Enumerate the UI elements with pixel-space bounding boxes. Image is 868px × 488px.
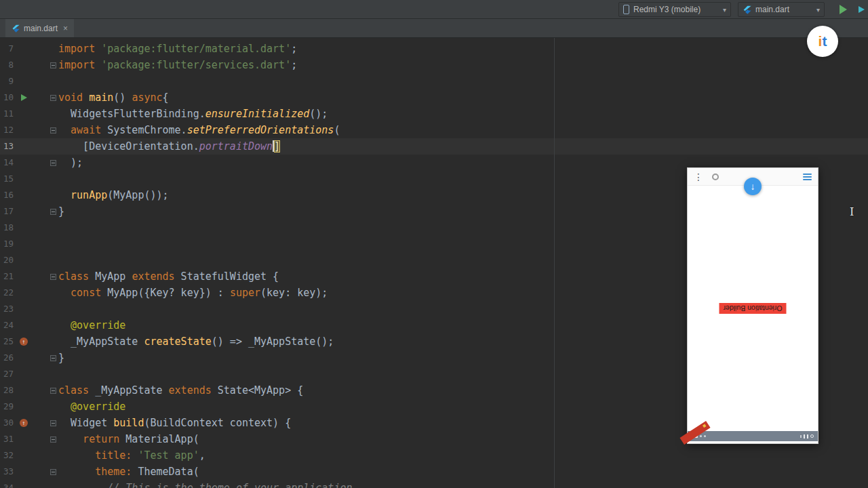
code-line[interactable]: 11 WidgetsFlutterBinding.ensureInitializ…	[0, 106, 868, 122]
code-line[interactable]: 9	[0, 73, 868, 89]
line-number: 21	[0, 268, 14, 285]
fold-marker-icon[interactable]	[50, 469, 56, 475]
line-number: 34	[0, 480, 14, 488]
line-number: 7	[0, 41, 14, 57]
fold-marker-icon[interactable]	[50, 355, 56, 361]
code-text: await SystemChrome.setPreferredOrientati…	[58, 122, 868, 138]
code-text: WidgetsFlutterBinding.ensureInitialized(…	[58, 106, 868, 122]
line-number: 29	[0, 399, 14, 415]
hamburger-menu-icon[interactable]	[803, 174, 812, 180]
tab-label: main.dart	[24, 24, 58, 33]
line-number: 24	[0, 317, 14, 333]
code-line[interactable]: 10void main() async{	[0, 89, 868, 106]
mouse-text-cursor: I	[850, 205, 854, 218]
line-number: 9	[0, 73, 14, 89]
rotate-screen-icon[interactable]	[712, 174, 719, 180]
code-text: void main() async{	[58, 89, 868, 106]
line-number: 19	[0, 236, 14, 252]
tab-main-dart[interactable]: main.dart ×	[5, 19, 74, 37]
chevron-down-icon: ▾	[816, 6, 820, 14]
device-mirror-window: ⋮ ↓ Orientation Builder	[687, 167, 818, 444]
line-number: 30	[0, 415, 14, 431]
device-phone-icon	[623, 5, 629, 14]
fold-marker-icon[interactable]	[50, 62, 56, 68]
line-number: 25	[0, 333, 14, 350]
fold-marker-icon[interactable]	[50, 160, 56, 166]
device-selector[interactable]: Redmi Y3 (mobile) ▾	[618, 2, 731, 17]
flutter-icon	[743, 5, 751, 14]
device-selector-label: Redmi Y3 (mobile)	[633, 5, 701, 14]
channel-logo: it	[807, 26, 838, 57]
fold-marker-icon[interactable]	[50, 127, 56, 134]
logo-letter-t: t	[822, 33, 827, 49]
fold-marker-icon[interactable]	[50, 209, 56, 215]
orientation-banner: Orientation Builder	[719, 303, 787, 314]
code-text: theme: ThemeData(	[58, 464, 868, 480]
phone-status-bar	[688, 431, 818, 441]
arrow-down-icon: ↓	[751, 181, 755, 192]
editor-tab-strip: main.dart ×	[0, 19, 868, 38]
code-line[interactable]: 7import 'package:flutter/material.dart';	[0, 41, 868, 57]
code-line[interactable]: 13 [DeviceOrientation.portraitDown]	[0, 138, 868, 155]
line-number: 33	[0, 464, 14, 480]
status-icons-right	[800, 434, 814, 439]
fold-marker-icon[interactable]	[50, 436, 56, 443]
run-config-selector[interactable]: main.dart ▾	[738, 2, 825, 17]
run-gutter-icon[interactable]	[21, 94, 27, 101]
line-number: 26	[0, 350, 14, 366]
code-line[interactable]: 8import 'package:flutter/services.dart';	[0, 57, 868, 73]
run-button[interactable]	[840, 5, 847, 14]
code-text: title: 'Test app',	[58, 447, 868, 464]
line-number: 8	[0, 57, 14, 73]
fold-marker-icon[interactable]	[50, 420, 56, 426]
override-gutter-icon[interactable]: ↑	[20, 419, 28, 427]
line-number: 16	[0, 187, 14, 203]
collapse-toolbar-button[interactable]: ↓	[744, 178, 762, 195]
chevron-down-icon: ▾	[723, 6, 726, 14]
code-line[interactable]: 34 // This is the theme of your applicat…	[0, 480, 868, 488]
fold-marker-icon[interactable]	[50, 274, 56, 280]
line-number: 23	[0, 301, 14, 317]
run-config-label: main.dart	[755, 5, 789, 14]
code-text: // This is the theme of your application	[58, 480, 868, 488]
line-number: 17	[0, 203, 14, 220]
line-number: 15	[0, 171, 14, 187]
code-text: [DeviceOrientation.portraitDown]	[58, 138, 868, 155]
line-number: 13	[0, 138, 14, 155]
code-text: import 'package:flutter/services.dart';	[58, 57, 868, 73]
code-line[interactable]: 33 theme: ThemeData(	[0, 464, 868, 480]
fold-marker-icon[interactable]	[50, 95, 56, 101]
code-line[interactable]: 12 await SystemChrome.setPreferredOrient…	[0, 122, 868, 138]
line-number: 11	[0, 106, 14, 122]
attach-debugger-icon[interactable]	[859, 5, 868, 14]
line-number: 20	[0, 252, 14, 268]
line-number: 32	[0, 447, 14, 464]
code-text: import 'package:flutter/material.dart';	[58, 41, 868, 57]
flutter-icon	[12, 24, 20, 33]
line-number: 28	[0, 382, 14, 399]
code-line[interactable]: 32 title: 'Test app',	[0, 447, 868, 464]
line-number: 12	[0, 122, 14, 138]
main-toolbar: Redmi Y3 (mobile) ▾ main.dart ▾	[0, 0, 868, 19]
line-number: 14	[0, 155, 14, 171]
line-number: 22	[0, 285, 14, 301]
line-number: 18	[0, 220, 14, 236]
code-text	[58, 73, 868, 89]
kebab-menu-icon[interactable]: ⋮	[694, 172, 703, 182]
right-margin-guide	[554, 38, 555, 488]
close-icon[interactable]: ×	[63, 24, 68, 33]
line-number: 31	[0, 431, 14, 447]
override-gutter-icon[interactable]: ↑	[20, 338, 28, 346]
line-number: 27	[0, 366, 14, 382]
fold-marker-icon[interactable]	[50, 388, 56, 394]
line-number: 10	[0, 89, 14, 106]
